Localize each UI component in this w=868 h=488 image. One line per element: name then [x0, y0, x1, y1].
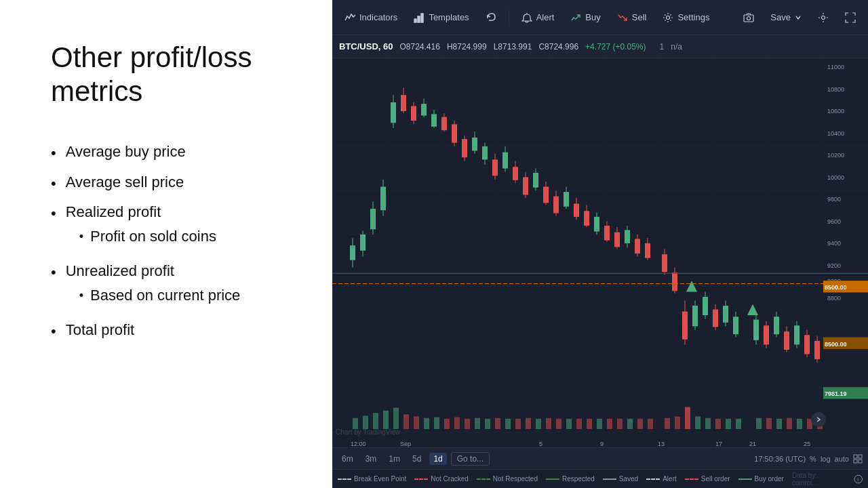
svg-rect-127: [576, 419, 582, 429]
svg-rect-26: [421, 104, 427, 115]
fullscreen-button[interactable]: [838, 8, 863, 27]
period-1m[interactable]: 1m: [384, 453, 404, 465]
svg-rect-30: [441, 117, 447, 130]
buy-button[interactable]: Buy: [564, 8, 607, 27]
screenshot-button[interactable]: [736, 8, 761, 27]
svg-rect-38: [482, 146, 488, 159]
toolbar-separator: [509, 9, 509, 26]
period-3m[interactable]: 3m: [361, 453, 381, 465]
list-item-realized: • Realized profit • Profit on sold coins: [51, 203, 298, 253]
templates-label: Templates: [429, 12, 469, 22]
svg-rect-20: [391, 102, 396, 123]
alert-button[interactable]: Alert: [515, 8, 561, 27]
svg-text:10000: 10000: [827, 174, 844, 180]
close-price: C8724.996: [538, 42, 578, 52]
respected-label: Respected: [562, 475, 595, 483]
info-icon[interactable]: i: [854, 474, 863, 484]
avg-buy-price-label: Average buy price: [66, 143, 186, 161]
auto-button[interactable]: auto: [835, 455, 849, 463]
indicators-button[interactable]: Indicators: [338, 8, 404, 27]
log-button[interactable]: log: [821, 455, 831, 463]
svg-text:i: i: [857, 476, 859, 483]
svg-rect-94: [774, 317, 779, 334]
svg-text:9200: 9200: [827, 262, 841, 268]
chart-area: 12:00 Sep 5 9 13 17 21 25 Chart by Tradi…: [332, 58, 868, 447]
svg-text:17: 17: [715, 441, 722, 447]
not-cracked-line-icon: [414, 479, 428, 480]
undo-button[interactable]: [479, 8, 503, 27]
settings-icon: [663, 12, 673, 23]
profit-sold-coins-label: Profit on sold coins: [90, 228, 216, 245]
svg-text:10600: 10600: [827, 108, 844, 115]
open-price: O8724.416: [399, 42, 439, 52]
svg-rect-42: [502, 152, 508, 169]
sub-list-realized: • Profit on sold coins: [79, 228, 216, 246]
svg-rect-4: [744, 15, 753, 22]
svg-rect-92: [764, 325, 769, 344]
svg-rect-126: [566, 419, 572, 429]
price-change: +4.727 (+0.05%): [585, 42, 646, 52]
svg-rect-178: [859, 455, 862, 458]
na-label: n/a: [671, 42, 682, 52]
svg-point-3: [667, 16, 670, 19]
svg-rect-2: [421, 14, 423, 22]
svg-text:13: 13: [658, 441, 665, 447]
templates-button[interactable]: Templates: [407, 8, 475, 27]
alert-icon: [521, 12, 532, 23]
realized-profit-label: Realized profit: [66, 203, 161, 220]
list-item-avg-sell: • Average sell price: [51, 174, 298, 195]
global-settings-button[interactable]: [811, 8, 835, 27]
svg-rect-110: [403, 414, 409, 429]
symbol-text: BTC/USD: [339, 41, 378, 52]
svg-rect-130: [607, 419, 612, 429]
svg-rect-135: [665, 418, 670, 429]
svg-text:8500.00: 8500.00: [825, 340, 847, 347]
price-bar: BTC/USD, 60 O8724.416 H8724.999 L8713.99…: [332, 35, 868, 58]
svg-rect-111: [414, 417, 419, 429]
svg-text:9600: 9600: [827, 218, 841, 224]
sell-label: Sell: [632, 12, 647, 22]
svg-text:10400: 10400: [827, 129, 844, 136]
svg-rect-143: [756, 418, 762, 429]
svg-rect-60: [594, 217, 599, 232]
svg-rect-12: [350, 245, 355, 260]
period-5d[interactable]: 5d: [408, 453, 425, 465]
svg-rect-131: [617, 419, 623, 429]
svg-rect-115: [454, 418, 460, 429]
svg-rect-132: [627, 419, 633, 429]
svg-rect-66: [625, 230, 630, 243]
not-cracked-label: Not Cracked: [431, 475, 469, 483]
svg-rect-36: [472, 138, 477, 150]
svg-rect-134: [648, 419, 653, 429]
list-item-total: • Total profit: [51, 321, 298, 342]
pct-button[interactable]: %: [810, 455, 816, 463]
legend-not-respected: Not Respected: [477, 475, 538, 483]
save-button[interactable]: Save: [764, 8, 808, 26]
svg-rect-125: [556, 419, 561, 429]
goto-button[interactable]: Go to...: [451, 452, 490, 466]
right-panel: Indicators Templates Alert: [332, 0, 868, 488]
svg-text:8800: 8800: [827, 295, 841, 302]
period-6m[interactable]: 6m: [338, 453, 357, 465]
svg-rect-106: [363, 415, 368, 428]
svg-rect-1: [418, 16, 420, 22]
layout-settings-icon[interactable]: [853, 454, 863, 464]
svg-rect-85: [723, 306, 728, 323]
bullet-list: • Average buy price • Average sell price…: [51, 143, 298, 352]
svg-rect-119: [495, 418, 500, 429]
sell-button[interactable]: Sell: [610, 8, 654, 27]
low-price: L8713.991: [494, 42, 532, 52]
settings-button[interactable]: Settings: [656, 8, 716, 27]
svg-rect-0: [414, 19, 416, 22]
expand-button[interactable]: [811, 412, 826, 427]
buy-icon: [570, 12, 581, 23]
sub-bullet-dot: •: [79, 287, 83, 305]
gear-icon: [818, 12, 829, 23]
svg-rect-54: [564, 192, 569, 207]
svg-rect-64: [614, 232, 620, 247]
not-respected-label: Not Respected: [493, 475, 538, 483]
svg-text:9800: 9800: [827, 196, 841, 203]
bottom-right-controls: % log auto: [810, 454, 863, 464]
period-1d[interactable]: 1d: [429, 453, 446, 465]
indicators-icon: [344, 12, 355, 23]
